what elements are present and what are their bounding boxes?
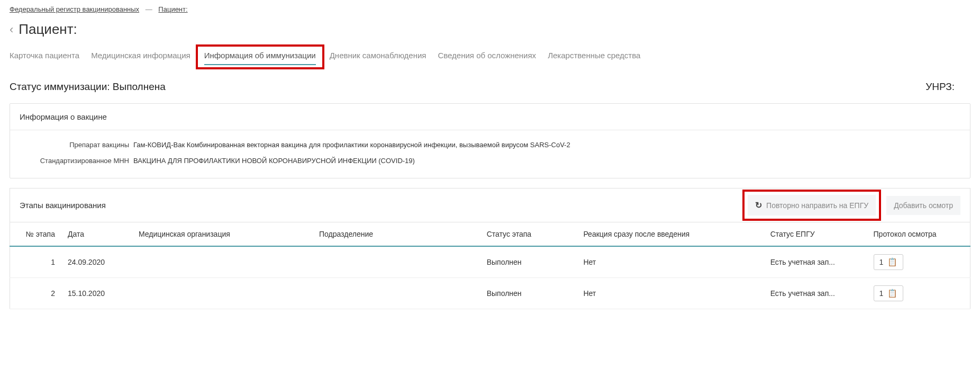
resend-epgu-label: Повторно направить на ЕПГУ	[766, 201, 868, 210]
resend-highlight-box: ↻ Повторно направить на ЕПГУ	[742, 190, 881, 221]
breadcrumb-separator: —	[146, 5, 152, 13]
col-date: Дата	[61, 222, 132, 247]
breadcrumb-root[interactable]: Федеральный регистр вакцинированных	[10, 5, 139, 13]
col-medorg: Медицинская организация	[132, 222, 313, 247]
stages-title: Этапы вакцинирования	[20, 201, 106, 210]
protocol-button[interactable]: 1📋	[874, 285, 904, 301]
cell-stage: 1	[10, 246, 61, 278]
tab-self-observation[interactable]: Дневник самонаблюдения	[330, 51, 427, 65]
col-stage: № этапа	[10, 222, 61, 247]
cell-stage: 2	[10, 278, 61, 309]
cell-date: 15.10.2020	[61, 278, 132, 309]
col-status: Статус этапа	[480, 222, 577, 247]
protocol-count: 1	[879, 258, 884, 266]
immunization-status: Статус иммунизации: Выполнена	[10, 81, 166, 93]
clipboard-icon: 📋	[887, 257, 897, 267]
tab-immunization-info[interactable]: Информация об иммунизации	[204, 51, 316, 65]
tab-complications[interactable]: Сведения об осложнениях	[438, 51, 536, 65]
col-epgu: Статус ЕПГУ	[764, 222, 867, 247]
cell-epgu: Есть учетная зап...	[764, 278, 867, 309]
table-row: 215.10.2020ВыполненНетЕсть учетная зап..…	[10, 278, 970, 309]
breadcrumb: Федеральный регистр вакцинированных — Па…	[10, 5, 970, 13]
protocol-count: 1	[879, 289, 884, 298]
add-exam-button[interactable]: Добавить осмотр	[886, 196, 960, 215]
col-protocol: Протокол осмотра	[867, 222, 970, 247]
vaccine-info-title: Информация о вакцине	[10, 104, 970, 130]
cell-division	[313, 246, 480, 278]
table-row: 124.09.2020ВыполненНетЕсть учетная зап..…	[10, 246, 970, 278]
cell-status: Выполнен	[480, 246, 577, 278]
tabs: Карточка пациента Медицинская информация…	[10, 51, 970, 65]
stages-table: № этапа Дата Медицинская организация Под…	[10, 222, 970, 309]
protocol-button[interactable]: 1📋	[874, 254, 904, 270]
preparation-value: Гам-КОВИД-Вак Комбинированная векторная …	[133, 141, 570, 149]
preparation-label: Препарат вакцины	[20, 141, 133, 149]
cell-date: 24.09.2020	[61, 246, 132, 278]
cell-protocol: 1📋	[867, 246, 970, 278]
tab-medical-info[interactable]: Медицинская информация	[91, 51, 190, 65]
preparation-row: Препарат вакцины Гам-КОВИД-Вак Комбиниро…	[20, 141, 960, 149]
back-chevron-icon[interactable]: ‹	[10, 23, 13, 37]
resend-epgu-button[interactable]: ↻ Повторно направить на ЕПГУ	[748, 195, 876, 216]
unrz-label: УНРЗ:	[925, 81, 955, 93]
cell-reaction: Нет	[577, 278, 764, 309]
cell-medorg	[132, 278, 313, 309]
stages-buttons: ↻ Повторно направить на ЕПГУ Добавить ос…	[742, 195, 960, 216]
page-title: Пациент:	[19, 21, 77, 38]
page-title-row: ‹ Пациент:	[10, 21, 970, 38]
cell-division	[313, 278, 480, 309]
col-division: Подразделение	[313, 222, 480, 247]
cell-protocol: 1📋	[867, 278, 970, 309]
cell-medorg	[132, 246, 313, 278]
tab-highlight-box: Информация об иммунизации	[196, 44, 324, 69]
refresh-icon: ↻	[755, 200, 762, 210]
tab-medications[interactable]: Лекарственные средства	[548, 51, 640, 65]
cell-epgu: Есть учетная зап...	[764, 246, 867, 278]
status-row: Статус иммунизации: Выполнена УНРЗ:	[10, 81, 970, 93]
tab-patient-card[interactable]: Карточка пациента	[10, 51, 79, 65]
breadcrumb-current[interactable]: Пациент:	[158, 5, 187, 13]
cell-status: Выполнен	[480, 278, 577, 309]
vaccine-info-body: Препарат вакцины Гам-КОВИД-Вак Комбиниро…	[10, 130, 970, 178]
stages-header: Этапы вакцинирования ↻ Повторно направит…	[10, 188, 970, 222]
mnn-row: Стандартизированное МНН ВАКЦИНА ДЛЯ ПРОФ…	[20, 157, 960, 165]
mnn-value: ВАКЦИНА ДЛЯ ПРОФИЛАКТИКИ НОВОЙ КОРОНАВИР…	[133, 157, 415, 165]
col-reaction: Реакция сразу после введения	[577, 222, 764, 247]
clipboard-icon: 📋	[887, 289, 897, 298]
cell-reaction: Нет	[577, 246, 764, 278]
mnn-label: Стандартизированное МНН	[20, 157, 133, 165]
vaccine-info-panel: Информация о вакцине Препарат вакцины Га…	[10, 103, 970, 178]
